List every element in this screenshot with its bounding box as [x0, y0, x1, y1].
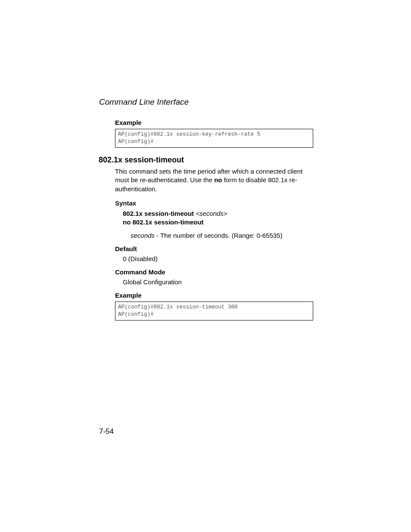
command-mode-value: Global Configuration [123, 278, 313, 286]
code-box-2: AP(config)#802.1x session-timeout 300 AP… [115, 302, 313, 320]
syntax-arg: <seconds> [194, 210, 227, 217]
syntax-line-2: no 802.1x session-timeout [123, 218, 313, 227]
param-desc: seconds - The number of seconds. (Range:… [131, 232, 313, 239]
running-head: Command Line Interface [99, 97, 189, 107]
default-label: Default [115, 245, 313, 252]
example-block-1: Example AP(config)#802.1x session-key-re… [115, 119, 313, 150]
syntax-line-1: 802.1x session-timeout <seconds> [123, 209, 313, 218]
example-label-1: Example [115, 119, 313, 126]
syntax-label: Syntax [115, 199, 313, 207]
page: Command Line Interface Example AP(config… [0, 0, 411, 532]
param-name: seconds [131, 232, 155, 239]
page-number: 7-54 [99, 427, 114, 436]
desc-bold: no [214, 176, 222, 184]
section-heading: 802.1x session-timeout [99, 156, 184, 165]
command-mode-label: Command Mode [115, 268, 313, 276]
param-text: - The number of seconds. (Range: 0-65535… [155, 232, 283, 239]
description: This command sets the time period after … [115, 167, 313, 193]
example-label-2: Example [115, 292, 313, 299]
section-body: This command sets the time period after … [115, 167, 313, 323]
code-box-1: AP(config)#802.1x session-key-refresh-ra… [115, 129, 313, 148]
default-value: 0 (Disabled) [123, 255, 313, 262]
syntax-cmd: 802.1x session-timeout [123, 210, 194, 217]
syntax-block: 802.1x session-timeout <seconds> no 802.… [123, 209, 313, 227]
